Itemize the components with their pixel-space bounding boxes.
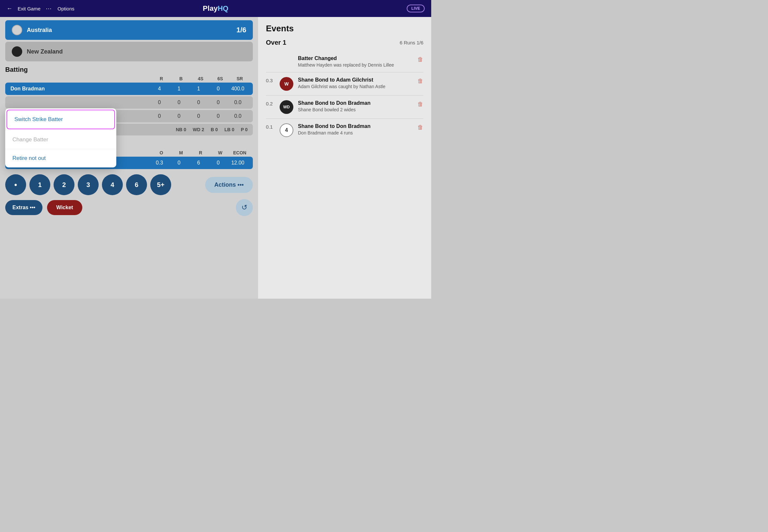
extras-nb: NB 0 xyxy=(176,127,186,132)
bowling-stat-econ-0: 12.00 xyxy=(228,160,248,166)
team-australia[interactable]: Australia 1/6 xyxy=(5,20,253,40)
event-item-0: Batter Changed Matthew Hayden was replac… xyxy=(266,51,423,72)
options-dots-icon[interactable]: ⋯ xyxy=(46,5,52,12)
app-logo: PlayHQ xyxy=(203,4,228,13)
event-over-num-0 xyxy=(266,55,275,56)
nz-circle-icon xyxy=(12,46,22,57)
event-content-1: Shane Bond to Adam Gilchrist Adam Gilchr… xyxy=(298,77,413,89)
extras-wd: WD 2 xyxy=(193,127,204,132)
australia-name: Australia xyxy=(27,27,232,34)
batting-stat-b-0: 1 xyxy=(169,86,189,92)
event-desc-3: Don Bradman made 4 runs xyxy=(298,130,413,135)
extras-lb: LB 0 xyxy=(225,127,234,132)
actions-button[interactable]: Actions ••• xyxy=(205,177,253,193)
score-btn-3[interactable]: 3 xyxy=(78,174,99,195)
score-btn-6[interactable]: 5+ xyxy=(150,174,171,195)
dropdown-item-0[interactable]: Switch Strike Batter xyxy=(7,110,115,129)
dropdown-item-2[interactable]: Retire not out xyxy=(5,149,116,167)
bowling-header-econ: ECON xyxy=(230,150,250,155)
event-badge-4-3: 4 xyxy=(280,123,293,137)
bowling-header-w: W xyxy=(211,150,230,155)
score-btn-5[interactable]: 6 xyxy=(126,174,147,195)
event-item-1: 0.3 W Shane Bond to Adam Gilchrist Adam … xyxy=(266,72,423,96)
extras-p: P 0 xyxy=(241,127,248,132)
event-over-num-2: 0.2 xyxy=(266,100,275,106)
wicket-button[interactable]: Wicket xyxy=(47,200,82,215)
batting-player-row-1[interactable]: 0 0 0 0 0.0 xyxy=(5,96,253,109)
main-container: Australia 1/6 New Zealand Batting R B 4S… xyxy=(0,17,431,299)
exit-game-label[interactable]: Exit Game xyxy=(18,6,40,11)
batting-header-sr: SR xyxy=(230,76,250,81)
event-delete-3[interactable]: 🗑 xyxy=(417,123,423,131)
bowling-header-m: M xyxy=(171,150,191,155)
event-item-3: 0.1 4 Shane Bond to Don Bradman Don Brad… xyxy=(266,119,423,142)
event-delete-0[interactable]: 🗑 xyxy=(417,55,423,63)
team-new-zealand[interactable]: New Zealand xyxy=(5,42,253,61)
bowling-header-r: R xyxy=(191,150,211,155)
extras-b: B 0 xyxy=(211,127,218,132)
action-buttons-row: Extras ••• Wicket ↺ xyxy=(5,199,253,216)
event-desc-0: Matthew Hayden was replaced by Dennis Li… xyxy=(298,62,413,68)
batting-player-name-0: Don Bradman xyxy=(10,86,149,92)
batting-header-r: R xyxy=(151,76,171,81)
options-label[interactable]: Options xyxy=(57,6,74,11)
event-desc-1: Adam Gilchrist was caught by Nathan Astl… xyxy=(298,84,413,89)
batting-stat-b-2: 0 xyxy=(169,113,189,119)
batting-player-row-0[interactable]: Don Bradman 4 1 1 0 400.0 xyxy=(5,83,253,95)
australia-circle-icon xyxy=(12,25,22,35)
batting-stat-4s-2: 0 xyxy=(189,113,209,119)
event-delete-1[interactable]: 🗑 xyxy=(417,77,423,85)
dropdown-item-1[interactable]: Change Batter xyxy=(5,131,116,149)
undo-button[interactable]: ↺ xyxy=(236,199,253,216)
event-content-3: Shane Bond to Don Bradman Don Bradman ma… xyxy=(298,123,413,135)
score-btn-2[interactable]: 2 xyxy=(54,174,74,195)
events-title: Events xyxy=(266,23,423,34)
batting-stat-r-2: 0 xyxy=(149,113,169,119)
batting-stat-6s-0: 0 xyxy=(209,86,228,92)
batting-stat-6s-1: 0 xyxy=(209,100,228,105)
event-title-2: Shane Bond to Don Bradman xyxy=(298,100,413,106)
header: ← Exit Game ⋯ Options PlayHQ LIVE xyxy=(0,0,431,17)
event-items: Batter Changed Matthew Hayden was replac… xyxy=(266,51,423,142)
batting-headers: R B 4S 6S SR xyxy=(5,76,253,81)
event-badge-wd-2: WD xyxy=(280,100,293,114)
batting-header-b: B xyxy=(171,76,191,81)
australia-score: 1/6 xyxy=(236,26,246,34)
score-btn-4[interactable]: 4 xyxy=(102,174,123,195)
batting-header-6s: 6S xyxy=(211,76,230,81)
batting-stat-r-1: 0 xyxy=(149,100,169,105)
event-content-2: Shane Bond to Don Bradman Shane Bond bow… xyxy=(298,100,413,112)
event-content-0: Batter Changed Matthew Hayden was replac… xyxy=(298,55,413,68)
batting-stat-6s-2: 0 xyxy=(209,113,228,119)
event-item-2: 0.2 WD Shane Bond to Don Bradman Shane B… xyxy=(266,96,423,119)
bowling-stat-o-0: 0.3 xyxy=(149,160,169,166)
event-over-num-3: 0.1 xyxy=(266,123,275,130)
score-buttons: •123465+ xyxy=(5,174,171,195)
live-badge: LIVE xyxy=(407,5,425,12)
event-title-0: Batter Changed xyxy=(298,55,413,61)
event-title-1: Shane Bond to Adam Gilchrist xyxy=(298,77,413,83)
bowling-header-o: O xyxy=(151,150,171,155)
score-buttons-row: •123465+ Actions ••• xyxy=(5,174,253,195)
batting-stat-sr-2: 0.0 xyxy=(228,113,248,119)
batting-stat-sr-0: 400.0 xyxy=(228,86,248,92)
back-arrow-icon[interactable]: ← xyxy=(7,5,12,12)
batting-stat-r-0: 4 xyxy=(149,86,169,92)
batting-stat-b-1: 0 xyxy=(169,100,189,105)
over-label: Over 1 xyxy=(266,39,286,46)
batting-title: Batting xyxy=(5,66,253,73)
dropdown-items: Switch Strike BatterChange BatterRetire … xyxy=(5,110,116,167)
extras-button[interactable]: Extras ••• xyxy=(5,200,42,215)
nz-name: New Zealand xyxy=(27,48,246,55)
batting-stat-4s-1: 0 xyxy=(189,100,209,105)
event-title-3: Shane Bond to Don Bradman xyxy=(298,123,413,129)
score-btn-0[interactable]: • xyxy=(5,174,26,195)
batting-stat-4s-0: 1 xyxy=(189,86,209,92)
over-header: Over 1 6 Runs 1/6 xyxy=(266,39,423,46)
left-panel: Australia 1/6 New Zealand Batting R B 4S… xyxy=(0,17,258,299)
right-panel: Events Over 1 6 Runs 1/6 Batter Changed … xyxy=(258,17,431,299)
event-desc-2: Shane Bond bowled 2 wides xyxy=(298,107,413,112)
event-delete-2[interactable]: 🗑 xyxy=(417,100,423,108)
score-btn-1[interactable]: 1 xyxy=(29,174,50,195)
over-stats: 6 Runs 1/6 xyxy=(400,40,423,45)
